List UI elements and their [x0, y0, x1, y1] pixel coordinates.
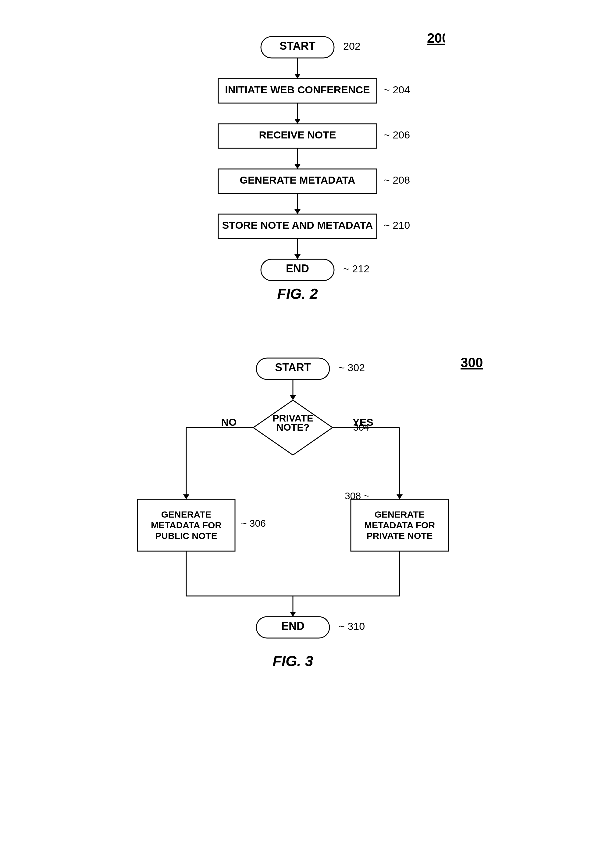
fig2-step3-label: GENERATE METADATA	[240, 174, 355, 186]
fig3-end-arrow-head	[290, 612, 296, 617]
fig3-end-label: END	[281, 620, 304, 632]
fig3-right-arrow-head	[396, 494, 403, 499]
fig3-right-label-line2: METADATA FOR	[364, 520, 435, 530]
fig2-step2-ref: ~ 206	[384, 129, 410, 141]
fig2-start-ref: 202	[343, 40, 361, 52]
fig3-section: 300 START ~ 302 PRIVATE NOTE? ~ 304 NO Y…	[125, 346, 491, 744]
fig3-start-ref: ~ 302	[339, 362, 365, 373]
page-container: 200 START 202 INITIATE WEB CONFERENCE ~ …	[0, 0, 616, 768]
fig3-right-label-line3: PRIVATE NOTE	[366, 531, 432, 541]
fig3-yes-label: YES	[352, 416, 373, 428]
fig2-start-label: START	[280, 39, 315, 52]
fig3-left-label-line2: METADATA FOR	[151, 520, 222, 530]
fig3-end-ref: ~ 310	[339, 620, 365, 632]
fig3-diagram: 300 START ~ 302 PRIVATE NOTE? ~ 304 NO Y…	[125, 346, 491, 742]
fig3-start-label: START	[275, 361, 311, 374]
fig2-arrow5-head	[294, 254, 300, 259]
fig3-decision-label-line2: NOTE?	[276, 422, 309, 433]
fig2-step1-ref: ~ 204	[384, 84, 410, 96]
fig3-left-label-line3: PUBLIC NOTE	[155, 531, 217, 541]
fig3-left-label-line1: GENERATE	[161, 509, 211, 519]
fig2-step2-label: RECEIVE NOTE	[259, 129, 336, 141]
fig2-arrow1-head	[294, 74, 300, 79]
fig3-right-ref-label: 308 ~	[345, 490, 369, 501]
fig2-step4-label: STORE NOTE AND METADATA	[222, 219, 373, 231]
fig2-section: 200 START 202 INITIATE WEB CONFERENCE ~ …	[171, 24, 445, 315]
fig2-title: FIG. 2	[277, 286, 318, 302]
fig2-end-ref: ~ 212	[343, 263, 369, 274]
fig2-arrow4-head	[294, 209, 300, 214]
fig2-arrow3-head	[294, 164, 300, 169]
fig2-end-label: END	[286, 262, 309, 275]
fig2-arrow2-head	[294, 119, 300, 124]
fig2-step3-ref: ~ 208	[384, 174, 410, 186]
fig3-no-label: NO	[221, 416, 237, 428]
fig2-step4-ref: ~ 210	[384, 219, 410, 231]
fig2-diagram-number: 200	[427, 30, 445, 46]
fig2-diagram: 200 START 202 INITIATE WEB CONFERENCE ~ …	[171, 24, 445, 314]
fig3-diagram-number: 300	[460, 355, 483, 370]
fig3-right-label-line1: GENERATE	[374, 509, 424, 519]
fig3-title: FIG. 3	[272, 653, 313, 669]
fig3-arrow1-head	[290, 395, 296, 400]
fig2-step1-label: INITIATE WEB CONFERENCE	[225, 84, 370, 96]
fig3-left-ref: ~ 306	[241, 518, 266, 529]
fig3-left-arrow-head	[183, 494, 189, 499]
